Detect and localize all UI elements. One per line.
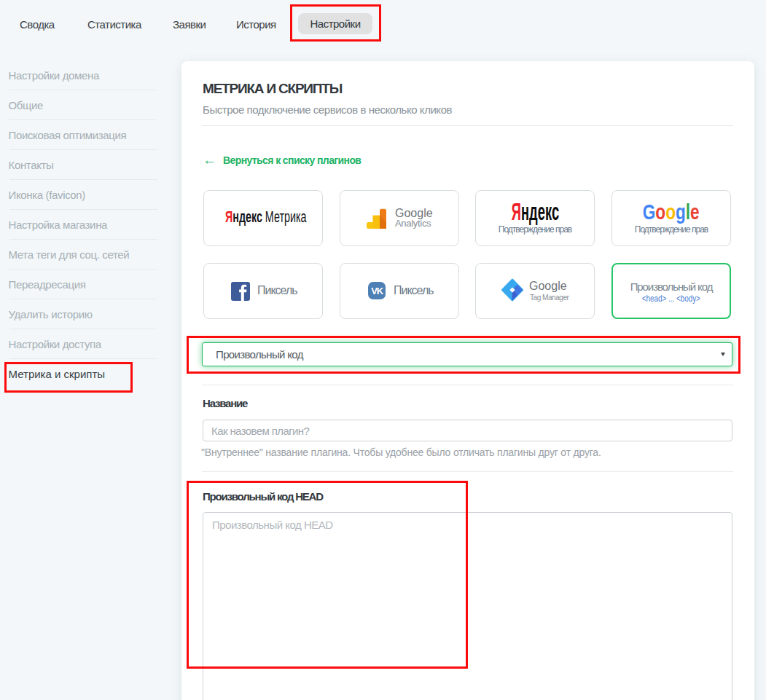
svg-text:VK: VK bbox=[371, 286, 383, 296]
